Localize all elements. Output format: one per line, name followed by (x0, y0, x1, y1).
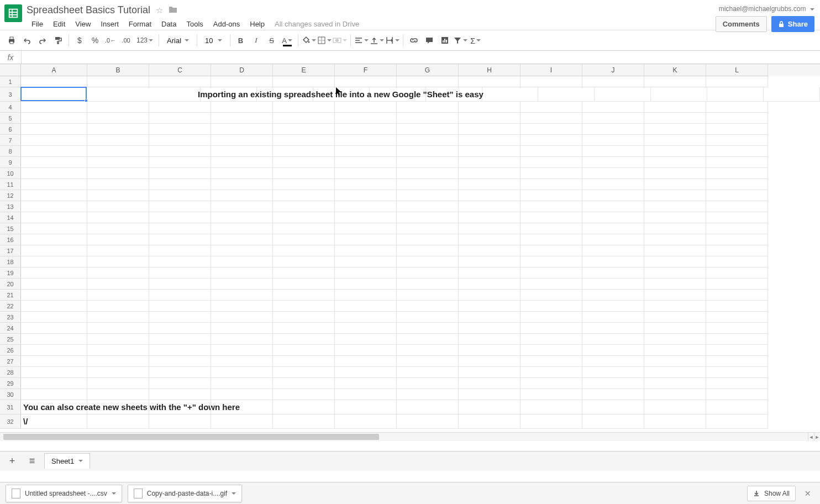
cell-H16[interactable] (459, 234, 521, 245)
cell-I8[interactable] (521, 146, 582, 157)
menu-format[interactable]: Format (124, 18, 156, 30)
cell-D15[interactable] (211, 223, 273, 234)
cell-A6[interactable] (21, 124, 87, 135)
cell-A18[interactable] (21, 256, 87, 267)
cell-L29[interactable] (706, 378, 768, 389)
column-header-D[interactable]: D (211, 64, 273, 76)
cell-J10[interactable] (582, 168, 644, 179)
cell-I18[interactable] (521, 256, 582, 267)
cell-I29[interactable] (521, 378, 582, 389)
cell-I6[interactable] (521, 124, 582, 135)
cell-F18[interactable] (335, 256, 397, 267)
cell-J18[interactable] (582, 256, 644, 267)
cell-L20[interactable] (706, 279, 768, 290)
cell-L17[interactable] (706, 245, 768, 256)
cell-A1[interactable] (21, 76, 87, 87)
cell-D14[interactable] (211, 212, 273, 223)
cell-L4[interactable] (706, 102, 768, 113)
cell-D6[interactable] (211, 124, 273, 135)
row-header-11[interactable]: 11 (0, 179, 21, 190)
cell-I12[interactable] (521, 190, 582, 201)
cell-F4[interactable] (335, 102, 397, 113)
row-header-24[interactable]: 24 (0, 323, 21, 334)
cell-D8[interactable] (211, 146, 273, 157)
cell-K29[interactable] (644, 378, 706, 389)
row-header-6[interactable]: 6 (0, 124, 21, 135)
cell-A11[interactable] (21, 179, 87, 190)
cell-H17[interactable] (459, 245, 521, 256)
cell-C14[interactable] (149, 212, 211, 223)
cell-A13[interactable] (21, 201, 87, 212)
cell-I19[interactable] (521, 267, 582, 279)
cell-A17[interactable] (21, 245, 87, 256)
cell-E17[interactable] (273, 245, 335, 256)
cell-G3[interactable] (482, 87, 539, 102)
cell-I30[interactable] (521, 389, 582, 400)
cell-A22[interactable] (21, 301, 87, 312)
cell-A9[interactable] (21, 157, 87, 168)
cell-J28[interactable] (582, 367, 644, 378)
cell-A19[interactable] (21, 267, 87, 279)
cell-E25[interactable] (273, 334, 335, 345)
cell-I32[interactable] (521, 414, 582, 429)
cell-E10[interactable] (273, 168, 335, 179)
row-header-16[interactable]: 16 (0, 234, 21, 245)
cell-D24[interactable] (211, 323, 273, 334)
menu-edit[interactable]: Edit (48, 18, 70, 30)
cell-C23[interactable] (149, 312, 211, 323)
cell-K24[interactable] (644, 323, 706, 334)
cell-E24[interactable] (273, 323, 335, 334)
cell-A24[interactable] (21, 323, 87, 334)
cell-C28[interactable] (149, 367, 211, 378)
cell-L22[interactable] (706, 301, 768, 312)
cell-D18[interactable] (211, 256, 273, 267)
cell-J3[interactable] (651, 87, 707, 102)
cell-H21[interactable] (459, 290, 521, 301)
cell-J9[interactable] (582, 157, 644, 168)
cell-F30[interactable] (335, 389, 397, 400)
cell-G11[interactable] (397, 179, 459, 190)
cell-H32[interactable] (459, 414, 521, 429)
row-header-25[interactable]: 25 (0, 334, 21, 345)
cell-G16[interactable] (397, 234, 459, 245)
cell-A8[interactable] (21, 146, 87, 157)
close-download-bar[interactable]: ✕ (801, 489, 814, 498)
cell-D23[interactable] (211, 312, 273, 323)
cell-F25[interactable] (335, 334, 397, 345)
cell-E26[interactable] (273, 345, 335, 356)
cell-H30[interactable] (459, 389, 521, 400)
cell-E11[interactable] (273, 179, 335, 190)
cell-G1[interactable] (397, 76, 459, 87)
cell-C32[interactable] (149, 414, 211, 429)
cell-I11[interactable] (521, 179, 582, 190)
cell-H4[interactable] (459, 102, 521, 113)
row-header-5[interactable]: 5 (0, 113, 21, 124)
cell-J31[interactable] (582, 400, 644, 414)
cell-D13[interactable] (211, 201, 273, 212)
scroll-left-icon[interactable]: ◄ (808, 432, 814, 441)
cell-G10[interactable] (397, 168, 459, 179)
cell-J27[interactable] (582, 356, 644, 367)
cell-K21[interactable] (644, 290, 706, 301)
cell-B29[interactable] (87, 378, 149, 389)
row-header-26[interactable]: 26 (0, 345, 21, 356)
cell-B14[interactable] (87, 212, 149, 223)
row-header-13[interactable]: 13 (0, 201, 21, 212)
cell-H1[interactable] (459, 76, 521, 87)
cell-C20[interactable] (149, 279, 211, 290)
cell-B26[interactable] (87, 345, 149, 356)
cell-D26[interactable] (211, 345, 273, 356)
row-header-27[interactable]: 27 (0, 356, 21, 367)
cell-G6[interactable] (397, 124, 459, 135)
cell-I1[interactable] (521, 76, 582, 87)
cell-D10[interactable] (211, 168, 273, 179)
cell-I10[interactable] (521, 168, 582, 179)
italic-button[interactable]: I (249, 33, 264, 48)
menu-data[interactable]: Data (156, 18, 181, 30)
cell-B6[interactable] (87, 124, 149, 135)
cell-C27[interactable] (149, 356, 211, 367)
cell-E7[interactable] (273, 135, 335, 146)
cell-I28[interactable] (521, 367, 582, 378)
cell-K15[interactable] (644, 223, 706, 234)
cell-B24[interactable] (87, 323, 149, 334)
